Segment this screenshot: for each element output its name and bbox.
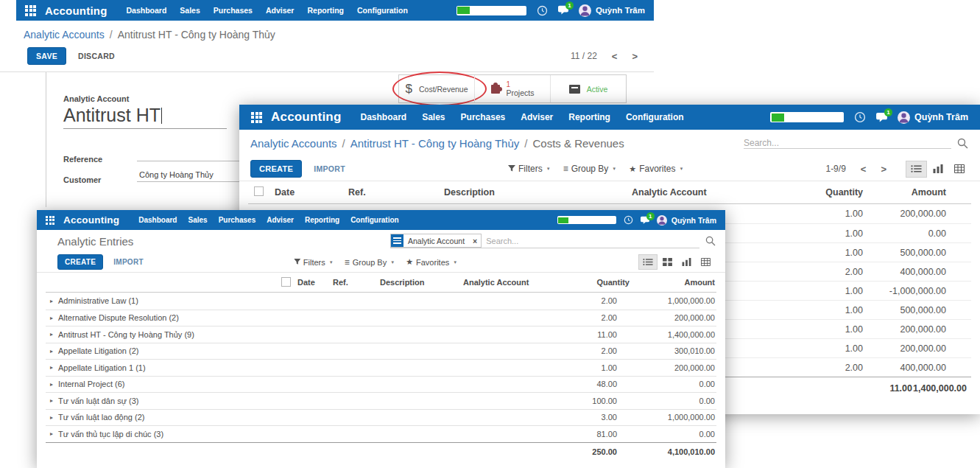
discard-button[interactable]: DISCARD xyxy=(78,52,115,60)
group-row[interactable]: ▸Appellate Litigation 1 (1)1.00200,000.0… xyxy=(46,359,716,376)
apps-grid-icon[interactable] xyxy=(46,216,54,225)
column-quantity[interactable]: Quantity xyxy=(546,278,630,287)
group-by-dropdown[interactable]: ≡ Group By▼ xyxy=(345,257,395,268)
breadcrumb-analytic-accounts[interactable]: Analytic Accounts xyxy=(250,137,337,150)
menu-sales[interactable]: Sales xyxy=(180,6,200,15)
column-analytic-account[interactable]: Analytic Account xyxy=(463,278,546,287)
menu-sales[interactable]: Sales xyxy=(422,112,445,122)
column-description[interactable]: Description xyxy=(380,278,463,287)
apps-grid-icon[interactable] xyxy=(25,5,36,16)
pager-value[interactable]: 1-9/9 xyxy=(825,164,845,174)
apps-grid-icon[interactable] xyxy=(251,112,262,123)
timer-progress-bar[interactable] xyxy=(770,112,844,122)
active-stat-button[interactable]: Active xyxy=(550,75,626,102)
reference-field[interactable] xyxy=(137,150,249,161)
menu-configuration[interactable]: Configuration xyxy=(626,112,684,122)
clock-icon[interactable] xyxy=(624,215,633,225)
menu-configuration[interactable]: Configuration xyxy=(350,216,399,224)
column-quantity[interactable]: Quantity xyxy=(779,187,863,198)
menu-purchases[interactable]: Purchases xyxy=(214,6,253,15)
menu-configuration[interactable]: Configuration xyxy=(357,6,408,15)
favorites-dropdown[interactable]: ★ Favorites▼ xyxy=(406,257,457,268)
menu-dashboard[interactable]: Dashboard xyxy=(138,216,177,224)
avatar[interactable] xyxy=(898,111,910,124)
facet-remove-icon[interactable]: × xyxy=(469,234,481,247)
menu-dashboard[interactable]: Dashboard xyxy=(127,6,167,15)
column-amount[interactable]: Amount xyxy=(863,187,971,198)
group-row[interactable]: ▸Antitrust HT - Công ty Hoàng Thủy (9)11… xyxy=(46,326,716,343)
avatar[interactable] xyxy=(657,215,667,226)
user-name[interactable]: Quỳnh Trâm xyxy=(671,216,716,225)
customer-field[interactable]: Công ty Hoàng Thủy xyxy=(137,170,249,182)
group-expand-icon[interactable]: ▸ xyxy=(50,397,53,404)
app-title[interactable]: Accounting xyxy=(271,110,342,125)
group-row[interactable]: ▸Administrative Law (1)2.001,000,000.00 xyxy=(46,293,716,310)
group-expand-icon[interactable]: ▸ xyxy=(50,364,53,371)
menu-purchases[interactable]: Purchases xyxy=(461,112,506,122)
menu-adviser[interactable]: Adviser xyxy=(266,6,295,15)
menu-sales[interactable]: Sales xyxy=(188,216,207,224)
timer-progress-bar[interactable] xyxy=(557,216,616,224)
group-expand-icon[interactable]: ▸ xyxy=(50,414,53,421)
clock-icon[interactable] xyxy=(537,5,548,16)
list-view-icon[interactable] xyxy=(906,161,927,178)
breadcrumb-record[interactable]: Antitrust HT - Công ty Hoàng Thủy xyxy=(350,137,520,150)
messages-icon[interactable]: 1 xyxy=(640,216,650,225)
timer-progress-bar[interactable] xyxy=(456,6,526,15)
list-view-icon[interactable] xyxy=(638,254,658,270)
avatar[interactable] xyxy=(579,4,591,17)
group-row[interactable]: ▸Tư vấn thủ tục lập di chúc (3)81.000.00 xyxy=(46,425,716,442)
column-ref[interactable]: Ref. xyxy=(333,278,380,287)
clock-icon[interactable] xyxy=(854,111,866,123)
pager-next-icon[interactable]: > xyxy=(632,51,638,62)
cost-revenue-stat-button[interactable]: $ Cost/Revenue xyxy=(399,75,474,102)
group-expand-icon[interactable]: ▸ xyxy=(50,315,53,321)
messages-icon[interactable]: 1 xyxy=(557,5,569,15)
group-expand-icon[interactable]: ▸ xyxy=(50,331,53,338)
column-analytic-account[interactable]: Analytic Account xyxy=(632,187,779,198)
projects-stat-button[interactable]: 1 Projects xyxy=(474,75,550,102)
menu-reporting[interactable]: Reporting xyxy=(305,216,339,224)
create-button[interactable]: CREATE xyxy=(250,160,302,178)
column-description[interactable]: Description xyxy=(444,187,632,198)
pivot-view-icon[interactable] xyxy=(948,161,970,178)
group-expand-icon[interactable]: ▸ xyxy=(50,348,53,355)
import-button[interactable]: IMPORT xyxy=(314,164,345,173)
group-row[interactable]: ▸Alternative Dispute Resolution (2)2.002… xyxy=(46,310,716,326)
user-name[interactable]: Quỳnh Trâm xyxy=(596,6,645,15)
group-expand-icon[interactable]: ▸ xyxy=(50,381,53,388)
group-row[interactable]: ▸Tư vấn luật lao động (2)3.001,000,000.0… xyxy=(46,409,716,426)
column-date[interactable]: Date xyxy=(275,187,348,198)
column-date[interactable]: Date xyxy=(297,278,333,287)
menu-adviser[interactable]: Adviser xyxy=(267,216,294,224)
menu-adviser[interactable]: Adviser xyxy=(521,112,553,122)
group-row[interactable]: ▸Internal Project (6)48.000.00 xyxy=(46,376,716,393)
breadcrumb-analytic-accounts[interactable]: Analytic Accounts xyxy=(24,29,105,41)
pivot-view-icon[interactable] xyxy=(696,254,715,270)
kanban-view-icon[interactable] xyxy=(658,254,677,270)
menu-purchases[interactable]: Purchases xyxy=(219,216,256,224)
create-button[interactable]: CREATE xyxy=(57,254,103,270)
app-title[interactable]: Accounting xyxy=(45,4,107,17)
pager-prev-icon[interactable]: < xyxy=(612,51,618,62)
select-all-checkbox[interactable] xyxy=(281,277,291,287)
import-button[interactable]: IMPORT xyxy=(113,258,144,266)
search-input[interactable] xyxy=(486,237,699,245)
analytic-account-field[interactable]: Antitrust HT xyxy=(63,105,227,129)
graph-view-icon[interactable] xyxy=(677,254,696,270)
group-row[interactable]: ▸Tư vấn luật dân sự (3)100.000.00 xyxy=(46,392,716,409)
filters-dropdown[interactable]: Filters▼ xyxy=(508,164,551,174)
favorites-dropdown[interactable]: ★ Favorites▼ xyxy=(629,164,683,174)
search-icon[interactable] xyxy=(705,236,716,246)
group-row[interactable]: ▸Appellate Litigation (2)2.00300,010.00 xyxy=(46,343,716,360)
filters-dropdown[interactable]: Filters▼ xyxy=(294,257,334,268)
save-button[interactable]: SAVE xyxy=(27,47,66,65)
group-expand-icon[interactable]: ▸ xyxy=(50,430,53,437)
menu-dashboard[interactable]: Dashboard xyxy=(361,112,407,122)
graph-view-icon[interactable] xyxy=(927,161,948,178)
pager-next-icon[interactable]: > xyxy=(881,164,886,175)
search-icon[interactable] xyxy=(957,138,968,149)
group-expand-icon[interactable]: ▸ xyxy=(50,298,53,304)
menu-reporting[interactable]: Reporting xyxy=(307,6,344,15)
column-ref[interactable]: Ref. xyxy=(348,187,444,198)
